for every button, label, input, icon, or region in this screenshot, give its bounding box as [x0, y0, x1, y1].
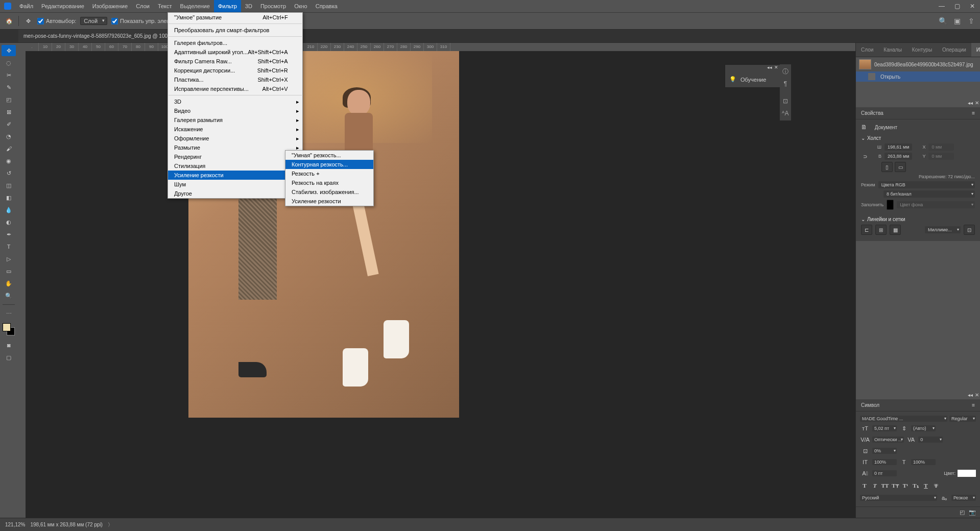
- leading-input[interactable]: (Авто): [911, 425, 936, 431]
- menu-item[interactable]: Галерея размытия▸: [168, 115, 302, 125]
- tab-channels[interactable]: Каналы: [878, 43, 907, 57]
- menu-view[interactable]: Просмотр: [256, 0, 290, 12]
- maximize-icon[interactable]: ▢: [949, 0, 965, 12]
- language-select[interactable]: Русский: [860, 495, 937, 501]
- menu-item[interactable]: Фильтр Camera Raw...Shift+Ctrl+A: [168, 57, 302, 66]
- path-tool[interactable]: ▷: [2, 253, 16, 264]
- screen-mode-tool[interactable]: ▢: [2, 352, 16, 363]
- menu-item[interactable]: Видео▸: [168, 106, 302, 115]
- menu-file[interactable]: Файл: [15, 0, 37, 12]
- dodge-tool[interactable]: ◐: [2, 216, 16, 228]
- history-brush-tool[interactable]: ↺: [2, 167, 16, 179]
- menu-item[interactable]: Преобразовать для смарт-фильтров: [168, 26, 302, 35]
- gradient-tool[interactable]: ◧: [2, 192, 16, 203]
- crop-tool[interactable]: ◰: [2, 94, 16, 105]
- color-swatch[interactable]: [3, 323, 15, 335]
- move-tool-icon[interactable]: ✥: [23, 16, 33, 26]
- close-icon[interactable]: ✕: [965, 0, 980, 12]
- subscript[interactable]: T₁: [911, 481, 920, 490]
- menu-item[interactable]: Исправление перспективы...Alt+Ctrl+V: [168, 84, 302, 93]
- fg-color-swatch[interactable]: [3, 323, 11, 331]
- document-tab[interactable]: men-pose-cats-funny-vintage-8-5885f79260…: [18, 30, 188, 42]
- menu-item[interactable]: Стилизация▸: [168, 161, 302, 171]
- menu-item[interactable]: Искажение▸: [168, 125, 302, 134]
- ruler-icon[interactable]: ⊏: [861, 225, 872, 235]
- tab-layers[interactable]: Слои: [856, 43, 878, 57]
- font-family-select[interactable]: MADE GoodTime ...: [860, 416, 947, 422]
- close-panel-icon[interactable]: ✕: [975, 392, 979, 398]
- antialias-select[interactable]: Резкое: [951, 495, 976, 501]
- submenu-item[interactable]: Резкость +: [285, 169, 373, 178]
- guides-icon[interactable]: ▦: [890, 225, 901, 235]
- menu-item[interactable]: Оформление▸: [168, 134, 302, 143]
- menu-item[interactable]: Рендеринг▸: [168, 152, 302, 161]
- rulers-section-header[interactable]: ⌄ Линейки и сетки: [861, 215, 975, 224]
- minimize-icon[interactable]: —: [934, 0, 949, 12]
- panel-menu-icon[interactable]: ≡: [972, 402, 975, 408]
- panel-menu-icon[interactable]: ≡: [972, 110, 975, 116]
- width-value[interactable]: 198,61 мм: [885, 143, 912, 151]
- tab-actions[interactable]: Операции: [937, 43, 971, 57]
- menu-item[interactable]: Галерея фильтров...: [168, 38, 302, 47]
- grid-settings-icon[interactable]: ⊡: [964, 225, 975, 235]
- menu-item[interactable]: Коррекция дисторсии...Shift+Ctrl+R: [168, 66, 302, 75]
- tracking-input[interactable]: 0: [918, 437, 943, 443]
- hscale-input[interactable]: 100%: [911, 459, 936, 465]
- faux-italic[interactable]: T: [870, 481, 879, 490]
- brush-tool[interactable]: 🖌: [2, 143, 16, 154]
- orient-landscape-icon[interactable]: ▭: [895, 162, 906, 172]
- menu-item[interactable]: Адаптивный широкий угол...Alt+Shift+Ctrl…: [168, 47, 302, 57]
- auto-select-checkbox[interactable]: Автовыбор:: [37, 18, 76, 25]
- submenu-item[interactable]: Резкость на краях: [285, 178, 373, 187]
- history-snapshot[interactable]: 0ead389d8ea606e499600b438c52b497.jpg: [856, 57, 980, 71]
- menu-image[interactable]: Изображение: [88, 0, 132, 12]
- shape-tool[interactable]: ▭: [2, 266, 16, 277]
- glyph-icon[interactable]: ⊡: [781, 97, 790, 105]
- tab-history[interactable]: История: [971, 43, 980, 57]
- show-controls-checkbox[interactable]: Показать упр. элем.: [111, 18, 172, 25]
- menu-item[interactable]: Размытие▸: [168, 143, 302, 152]
- frame-tool[interactable]: ⊠: [2, 106, 16, 117]
- status-arrow-icon[interactable]: 〉: [108, 521, 113, 528]
- underline[interactable]: T: [921, 481, 930, 490]
- char-style-icon[interactable]: ᴬA: [781, 109, 790, 117]
- height-value[interactable]: 263,88 мм: [885, 153, 912, 160]
- faux-bold[interactable]: T: [860, 481, 869, 490]
- scale-input[interactable]: 0%: [872, 448, 897, 454]
- superscript[interactable]: T¹: [901, 481, 910, 490]
- menu-item[interactable]: "Умное" размытиеAlt+Ctrl+F: [168, 13, 302, 22]
- eyedropper-tool[interactable]: ✐: [2, 118, 16, 130]
- collapse-icon[interactable]: ◂◂: [968, 100, 973, 106]
- menu-item[interactable]: Усиление резкости▸: [168, 171, 302, 180]
- kerning-select[interactable]: Оптически ...: [872, 437, 904, 443]
- menu-item[interactable]: 3D▸: [168, 97, 302, 106]
- menu-text[interactable]: Текст: [154, 0, 176, 12]
- stamp-tool[interactable]: ◉: [2, 155, 16, 166]
- zoom-tool[interactable]: 🔍: [2, 290, 16, 301]
- font-size-input[interactable]: 5,02 пт: [872, 425, 897, 431]
- new-snapshot-icon[interactable]: ◰: [960, 509, 965, 516]
- search-icon[interactable]: 🔍: [938, 16, 947, 26]
- type-tool[interactable]: T: [2, 241, 16, 252]
- lasso-tool[interactable]: ✂: [2, 69, 16, 81]
- hand-tool[interactable]: ✋: [2, 278, 16, 289]
- fill-select[interactable]: Цвет фона: [897, 201, 975, 208]
- small-caps[interactable]: Tᴛ: [891, 481, 900, 490]
- info-icon[interactable]: ⓘ: [781, 67, 790, 76]
- link-icon[interactable]: ⊃: [863, 154, 867, 159]
- share-icon[interactable]: ⇪: [967, 16, 976, 26]
- close-panel-icon[interactable]: ✕: [975, 100, 979, 106]
- grid-icon[interactable]: ⊞: [875, 225, 887, 235]
- ruler-unit-select[interactable]: Миллиме...: [925, 226, 961, 233]
- edit-toolbar[interactable]: ⋯: [2, 308, 16, 319]
- move-tool[interactable]: ✥: [2, 45, 16, 56]
- close-icon[interactable]: ✕: [774, 65, 778, 72]
- mode-select[interactable]: Цвета RGB: [878, 181, 975, 188]
- collapse-icon[interactable]: ◂◂: [767, 65, 772, 72]
- tab-paths[interactable]: Контуры: [907, 43, 937, 57]
- pen-tool[interactable]: ✒: [2, 229, 16, 240]
- menu-filter[interactable]: Фильтр: [214, 0, 241, 12]
- workspace-icon[interactable]: ▣: [952, 16, 962, 26]
- all-caps[interactable]: TT: [880, 481, 890, 490]
- fill-swatch[interactable]: [887, 200, 894, 210]
